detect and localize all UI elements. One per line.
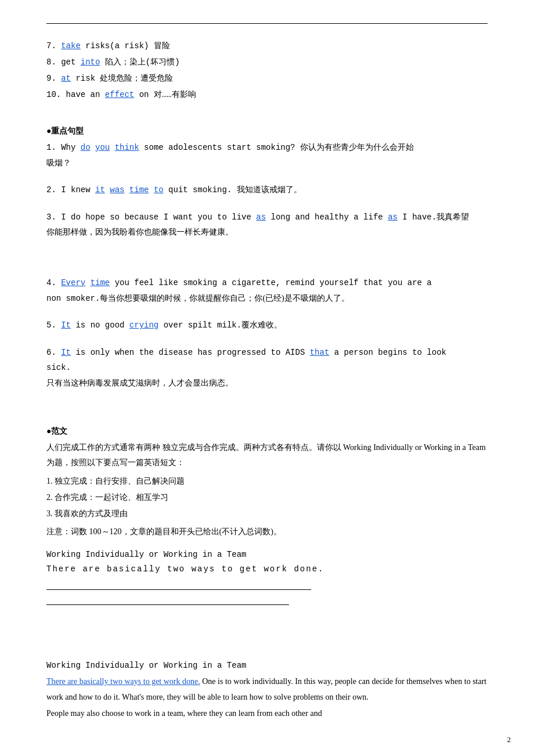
sample-essay-section: Working Individually or Working in a Tea… <box>46 661 488 721</box>
sample-body-2: People may also choose to work in a team… <box>46 709 322 718</box>
more-sentences-section: 4. Every time you feel like smoking a ci… <box>46 275 488 391</box>
sentence-block-6: 6. It is only when the disease has progr… <box>46 345 488 391</box>
item-number: 9. <box>46 74 61 83</box>
sentence-block-1: 1. Why do you think some adolescents sta… <box>46 140 488 171</box>
item-rest: 陷入；染上(坏习惯) <box>100 57 179 67</box>
sentence-2-english: 2. I knew it was time to quit smoking. 我… <box>46 182 488 198</box>
vocab-link-into[interactable]: into <box>81 57 100 67</box>
item-rest: risk 处境危险；遭受危险 <box>71 74 173 83</box>
sentence-6-line2: sick. <box>46 360 488 376</box>
sentence-4-line2: non smoker.每当你想要吸烟的时候，你就提醒你自己；你(已经)是不吸烟的… <box>46 291 488 307</box>
sentence-1-english: 1. Why do you think some adolescents sta… <box>46 140 488 156</box>
vocab-link-at[interactable]: at <box>61 74 71 83</box>
essay-section-title: ●范文 <box>46 426 488 437</box>
item-rest: risks(a risk) 冒险 <box>81 41 170 51</box>
link-think[interactable]: think <box>115 143 139 152</box>
vocab-section: 7. take risks(a risk) 冒险 8. get into 陷入；… <box>46 38 488 103</box>
list-item: 7. take risks(a risk) 冒险 <box>46 38 488 54</box>
item-rest: on 对……有影响 <box>134 90 196 99</box>
page-container: 7. take risks(a risk) 冒险 8. get into 陷入；… <box>0 0 534 756</box>
list-item: 10. have an effect on 对……有影响 <box>46 87 488 103</box>
vocab-link-take[interactable]: take <box>61 41 81 51</box>
link-crying[interactable]: crying <box>129 321 158 330</box>
essay-point-3: 3. 我喜欢的方式及理由 <box>46 506 488 522</box>
link-time[interactable]: time <box>91 278 110 287</box>
sentence-6-chinese: 只有当这种病毒发展成艾滋病时，人才会显出病态。 <box>46 376 488 391</box>
link-was[interactable]: was <box>110 185 124 195</box>
link-every[interactable]: Every <box>61 278 85 287</box>
sentence-block-3: 3. I do hope so because I want you to li… <box>46 210 488 240</box>
sentence-5-english: 5. It is no good crying over spilt milk.… <box>46 318 488 333</box>
writing-area: Working Individually or Working in a Tea… <box>46 550 488 605</box>
list-item: 8. get into 陷入；染上(坏习惯) <box>46 54 488 70</box>
item-number: 10. have an <box>46 90 105 99</box>
essay-points-list: 1. 独立完成：自行安排、自己解决问题 2. 合作完成：一起讨论、相互学习 3.… <box>46 473 488 522</box>
link-that[interactable]: that <box>310 348 330 357</box>
writing-blank-line-2 <box>46 592 289 605</box>
writing-first-line: There are basically two ways to get work… <box>46 561 488 577</box>
writing-template-title: Working Individually or Working in a Tea… <box>46 550 488 559</box>
sample-underline-opening[interactable]: There are basically two ways to get work… <box>46 677 200 686</box>
vocab-list: 7. take risks(a risk) 冒险 8. get into 陷入；… <box>46 38 488 103</box>
essay-note: 注意：词数 100～120，文章的题目和开头已给出(不计入总词数)。 <box>46 524 488 540</box>
sentence-block-5: 5. It is no good crying over spilt milk.… <box>46 318 488 333</box>
link-it[interactable]: it <box>95 185 105 195</box>
sentence-4-line1: 4. Every time you feel like smoking a ci… <box>46 275 488 291</box>
writing-blank-line-1 <box>46 577 311 590</box>
key-patterns-section: ●重点句型 1. Why do you think some adolescen… <box>46 126 488 240</box>
essay-prompt: 人们完成工作的方式通常有两种 独立完成与合作完成。两种方式各有特点。请你以 Wo… <box>46 440 488 471</box>
essay-point-2: 2. 合作完成：一起讨论、相互学习 <box>46 489 488 506</box>
sentence-6-line1: 6. It is only when the disease has progr… <box>46 345 488 361</box>
item-number: 7. <box>46 41 61 51</box>
page-number: 2 <box>507 735 511 744</box>
link-to[interactable]: to <box>154 185 164 195</box>
link-it2[interactable]: It <box>61 321 71 330</box>
link-it3[interactable]: It <box>61 348 71 357</box>
essay-section: ●范文 人们完成工作的方式通常有两种 独立完成与合作完成。两种方式各有特点。请你… <box>46 426 488 540</box>
link-you[interactable]: you <box>95 143 110 152</box>
sentence-1-chinese: 吸烟？ <box>46 156 488 171</box>
sentence-3-english: 3. I do hope so because I want you to li… <box>46 210 488 225</box>
link-as1[interactable]: as <box>256 213 266 222</box>
sample-essay-title: Working Individually or Working in a Tea… <box>46 661 488 670</box>
sentence-block-4: 4. Every time you feel like smoking a ci… <box>46 275 488 306</box>
link-as2[interactable]: as <box>388 213 398 222</box>
list-item: 9. at risk 处境危险；遭受危险 <box>46 70 488 87</box>
sample-essay-body: There are basically two ways to get work… <box>46 674 488 721</box>
vocab-link-effect[interactable]: effect <box>105 90 134 99</box>
link-do[interactable]: do <box>81 143 91 152</box>
item-number: 8. get <box>46 57 81 67</box>
key-patterns-title: ●重点句型 <box>46 126 488 136</box>
sentence-3-chinese: 你能那样做，因为我盼着你也能像我一样长寿健康。 <box>46 225 488 240</box>
top-divider <box>46 23 488 24</box>
sentence-block-2: 2. I knew it was time to quit smoking. 我… <box>46 182 488 198</box>
essay-point-1: 1. 独立完成：自行安排、自己解决问题 <box>46 473 488 489</box>
link-time[interactable]: time <box>129 185 149 195</box>
